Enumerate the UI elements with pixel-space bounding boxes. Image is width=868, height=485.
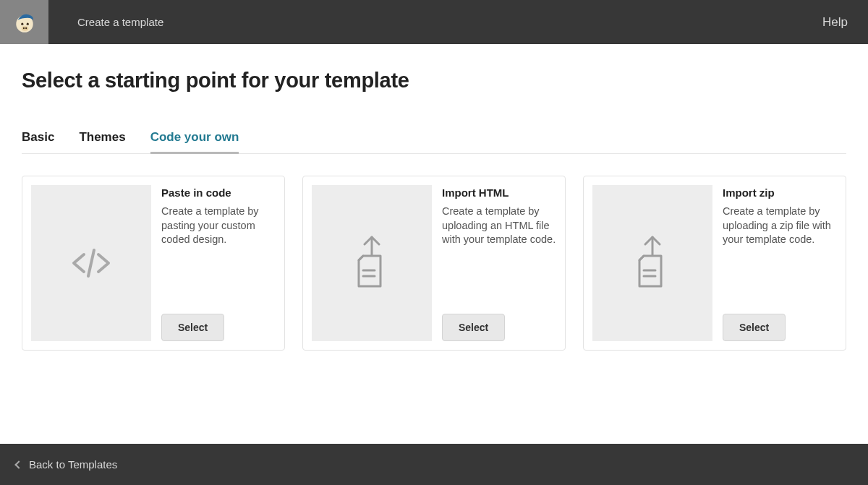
svg-line-6 (88, 250, 94, 276)
select-button[interactable]: Select (161, 314, 224, 341)
page-title: Create a template (48, 0, 802, 44)
card-description: Create a template by pasting your custom… (161, 205, 276, 247)
back-label: Back to Templates (29, 458, 117, 471)
svg-point-5 (25, 27, 27, 29)
card-import-zip: Import zip Create a template by uploadin… (583, 176, 846, 351)
card-body: Import zip Create a template by uploadin… (723, 185, 837, 341)
main-content: Select a starting point for your templat… (0, 44, 868, 351)
brand-logo[interactable] (0, 0, 48, 44)
footer: Back to Templates (0, 444, 868, 485)
card-body: Import HTML Create a template by uploadi… (442, 185, 556, 341)
page-heading: Select a starting point for your templat… (22, 69, 846, 93)
card-title: Import HTML (442, 186, 556, 199)
chevron-left-icon (14, 460, 22, 468)
topbar: Create a template Help (0, 0, 868, 44)
card-import-html: Import HTML Create a template by uploadi… (302, 176, 566, 351)
card-thumb (312, 185, 432, 341)
tab-basic[interactable]: Basic (22, 130, 54, 153)
card-title: Import zip (723, 186, 837, 199)
upload-file-icon (349, 234, 395, 292)
card-description: Create a template by uploading an HTML f… (442, 205, 556, 247)
card-body: Paste in code Create a template by pasti… (161, 185, 276, 341)
mailchimp-icon (12, 10, 37, 35)
tab-code-your-own[interactable]: Code your own (150, 130, 239, 153)
select-button[interactable]: Select (442, 314, 505, 341)
card-grid: Paste in code Create a template by pasti… (22, 176, 846, 351)
card-thumb (592, 185, 712, 341)
tabs: Basic Themes Code your own (22, 130, 846, 154)
tab-themes[interactable]: Themes (79, 130, 125, 153)
svg-point-4 (22, 27, 24, 29)
svg-point-2 (26, 22, 28, 25)
card-title: Paste in code (161, 186, 276, 199)
card-paste-code: Paste in code Create a template by pasti… (22, 176, 285, 351)
back-to-templates-link[interactable]: Back to Templates (16, 458, 117, 471)
card-description: Create a template by uploading a zip fil… (723, 205, 837, 247)
help-link[interactable]: Help (802, 0, 868, 44)
card-thumb (31, 185, 151, 341)
code-icon (68, 234, 114, 292)
svg-point-3 (21, 26, 28, 30)
upload-file-icon (629, 234, 676, 292)
svg-point-1 (21, 22, 23, 25)
select-button[interactable]: Select (723, 314, 786, 341)
